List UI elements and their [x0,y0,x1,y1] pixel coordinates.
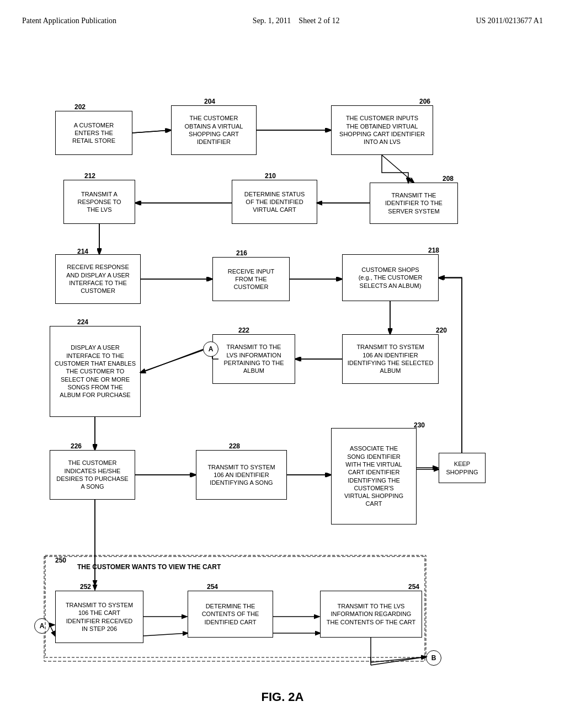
box-202: A CUSTOMERENTERS THERETAIL STORE [55,111,132,155]
svg-line-18 [50,625,55,636]
svg-line-11 [141,349,204,373]
circle-A-connector: A [203,341,218,357]
box-228: TRANSMIT TO SYSTEM106 AN IDENTIFIERIDENT… [196,450,287,500]
label-220: 220 [436,326,447,334]
label-224: 224 [77,318,88,326]
box-keep-shopping: KEEPSHOPPING [439,453,486,483]
box-226: THE CUSTOMERINDICATES HE/SHEDESIRES TO P… [50,450,135,500]
label-210: 210 [265,172,276,180]
box-218: CUSTOMER SHOPS(e.g., THE CUSTOMERSELECTS… [342,254,439,301]
figure-label: FIG. 2A [22,690,543,704]
box-256: TRANSMIT TO THE LVSINFORMATION REGARDING… [320,591,422,638]
box-208: TRANSMIT THEIDENTIFIER TO THESERVER SYST… [370,183,458,224]
label-228: 228 [229,442,240,450]
svg-line-22 [371,657,426,665]
label-206: 206 [419,98,430,105]
svg-line-19 [143,633,188,636]
box-214: RECEIVE RESPONSEAND DISPLAY A USERINTERF… [55,254,141,304]
label-204: 204 [204,98,215,105]
label-202: 202 [74,103,86,111]
box-212: TRANSMIT ARESPONSE TOTHE LVS [63,180,135,224]
label-218: 218 [428,247,439,254]
label-230: 230 [414,421,425,429]
box-230: ASSOCIATE THESONG IDENTIFIERWITH THE VIR… [331,428,417,524]
svg-line-29 [132,130,170,133]
box-220: TRANSMIT TO SYSTEM106 AN IDENTIFIERIDENT… [342,334,439,384]
label-208: 208 [443,175,454,183]
box-254: DETERMINE THECONTENTS OF THEIDENTIFIED C… [188,591,273,638]
label-222: 222 [238,326,249,334]
header-left: Patent Application Publication [22,17,116,25]
box-210: DETERMINE STATUSOF THE IDENTIFIEDVIRTUAL… [232,180,317,224]
svg-line-2 [382,155,414,183]
page-header: Patent Application Publication Sep. 1, 2… [22,11,543,28]
box-224: DISPLAY A USERINTERFACE TO THECUSTOMER T… [50,326,141,417]
header-center: Sep. 1, 2011 Sheet 2 of 12 [253,17,340,25]
label-250-text: THE CUSTOMER WANTS TO VIEW THE CART [77,563,221,571]
patent-page: Patent Application Publication Sep. 1, 2… [0,0,565,728]
box-252: TRANSMIT TO SYSTEM106 THE CARTIDENTIFIER… [55,591,143,643]
svg-line-0 [132,130,171,133]
label-216: 216 [236,249,247,257]
label-256: 254 [408,583,419,591]
circle-B: B [426,650,441,666]
box-204: THE CUSTOMEROBTAINS A VIRTUALSHOPPING CA… [171,105,257,155]
label-252: 252 [80,583,91,591]
label-254-2: 254 [207,583,218,591]
box-222: TRANSMIT TO THELVS INFORMATIONPERTAINING… [212,334,295,384]
box-216: RECEIVE INPUTFROM THECUSTOMER [212,257,290,301]
circle-A-bottom: A [34,618,50,634]
label-214: 214 [77,248,88,255]
box-206: THE CUSTOMER INPUTSTHE OBTAINED VIRTUALS… [331,105,433,155]
header-right: US 2011/0213677 A1 [476,17,543,25]
label-250: 250 [55,556,66,564]
label-226: 226 [71,442,82,450]
flowchart: 200 A CUSTOMERENTERS THERETAIL STORE 202… [22,34,546,684]
label-212: 212 [84,172,95,180]
